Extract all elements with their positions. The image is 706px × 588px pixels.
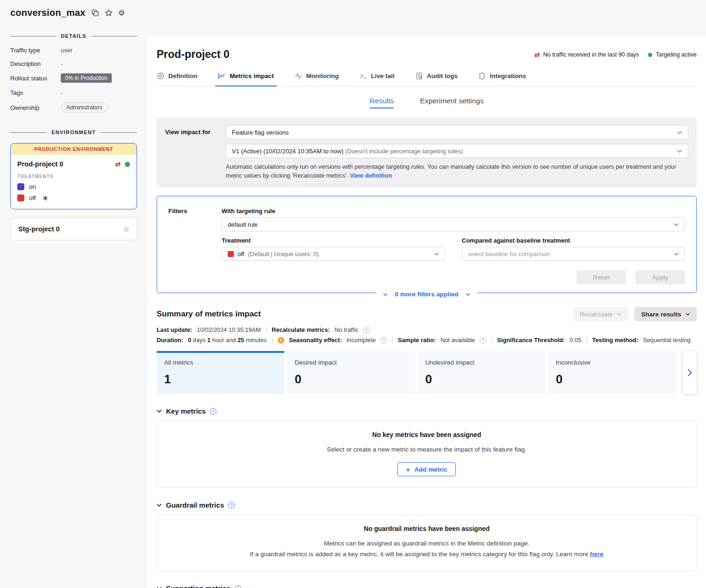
cards-scroll-right-button[interactable] [683,351,697,394]
tab-label: Integrations [490,72,526,79]
detail-row-description: Description - [10,60,137,67]
chevron-down-icon[interactable] [157,503,162,507]
treatment-select[interactable]: off (Default | Unique users: 0) [222,247,445,261]
key-metrics-empty-text: Select or create a new metric to measure… [166,446,687,453]
recalculate-button[interactable]: Recalculate [573,307,628,321]
targeting-rule-value: default rule [228,221,258,228]
targeting-rule-select[interactable]: default rule [222,217,685,231]
page-title: Prod-project 0 [157,48,230,61]
favorite-star-icon[interactable] [105,9,113,17]
separator: | [586,337,587,344]
metric-summary-cards: All metrics 1 Desired impact 0 Undesired… [157,351,676,394]
significance-threshold-value: 0.05 [569,337,581,344]
tab-audit-logs[interactable]: Audit logs [415,72,458,86]
sample-ratio-value: Not available [440,337,475,344]
guardrail-metrics-title: Guardrail metrics [166,501,224,509]
subtab-results[interactable]: Results [370,97,394,108]
key-metrics-empty-title: No key metrics have been assigned [166,431,687,438]
detail-value: - [61,60,63,67]
recalculate-metrics-label: Recalculate metrics: [272,326,330,333]
rollout-status-badge: 0% in Production [61,73,112,83]
ownership-pill[interactable]: Administrators [61,102,108,113]
details-heading: DETAILS [10,33,137,39]
card-desired-impact[interactable]: Desired impact 0 [287,351,415,394]
version-select[interactable]: V1 (Active) (10/02/2024 10:35AM to now) … [226,144,688,158]
sidebar: conversion_max ⚙ DETAILS Traffic type us… [0,0,147,248]
help-icon[interactable]: ? [363,327,370,333]
detail-value: - [61,89,63,96]
version-type-value: Feature flag versions [232,129,288,136]
add-metric-button[interactable]: + Add metric [397,462,455,476]
view-definition-link[interactable]: View definition [350,172,392,179]
seasonality-value: Incomplete [346,337,376,344]
tab-integrations[interactable]: Integrations [478,72,526,86]
separator: | [266,326,267,333]
add-metric-label: Add metric [414,466,447,473]
key-metrics-empty-state: No key metrics have been assigned Select… [157,421,697,488]
share-results-label: Share results [641,311,681,318]
card-inconclusive[interactable]: Inconclusive 0 [548,351,676,394]
help-icon[interactable]: ? [210,408,216,415]
apply-button[interactable]: Apply [635,270,685,284]
staging-environment-card[interactable]: Stg-project 0 [10,218,137,240]
key-metrics-title: Key metrics [166,407,206,415]
page: conversion_max ⚙ DETAILS Traffic type us… [0,0,706,588]
tab-label: Metrics impact [230,72,274,79]
guardrail-line2: If a guardrail metrics is added as a key… [166,551,687,558]
more-filters-toggle[interactable]: 0 more filters applied [376,291,477,298]
settings-gear-icon[interactable]: ⚙ [118,8,125,17]
copy-icon[interactable] [91,9,99,17]
detail-row-rollout-status: Rollout status 0% in Production [10,73,137,83]
card-value: 0 [425,372,538,387]
production-environment-card[interactable]: PRODUCTION ENVIRONMENT Prod-project 0 ⇄ … [10,143,137,209]
supporting-metrics-title: Supporting metrics [166,584,231,588]
card-value: 0 [295,372,407,387]
guardrail-line1: Metrics can be assigned as guardrail met… [166,540,687,547]
plus-icon: + [406,466,410,473]
last-update-value: 10/02/2024 10:35:19AM [197,326,261,333]
help-icon[interactable]: ? [228,502,235,509]
card-undesired-impact[interactable]: Undesired impact 0 [418,351,546,394]
treatments-heading: TREATMENTS [17,174,130,179]
chevron-down-icon [674,252,679,256]
subtab-experiment-settings[interactable]: Experiment settings [420,97,483,108]
environment-section: ENVIRONMENT PRODUCTION ENVIRONMENT Prod-… [10,129,137,240]
treatment-label: Treatment [222,237,445,244]
more-filters-label: 0 more filters applied [395,291,459,298]
calculation-note: Automatic calculations only run on versi… [226,162,688,180]
chevron-down-icon [685,313,690,316]
card-all-metrics[interactable]: All metrics 1 [157,351,284,394]
card-label: All metrics [164,359,277,366]
separator: | [392,337,393,344]
terminal-icon [360,72,367,80]
card-label: Desired impact [295,359,407,366]
share-results-button[interactable]: Share results [634,307,697,321]
flag-header: conversion_max ⚙ [10,7,137,18]
filters-panel: Filters With targeting rule default rule… [157,196,697,293]
reset-button[interactable]: Reset [576,270,626,284]
help-icon[interactable]: ? [235,585,241,588]
production-environment-name: Prod-project 0 [17,160,63,168]
detail-row-tags: Tags - [10,89,137,96]
version-note: (Doesn't include percentage targeting ru… [345,148,463,155]
warning-icon: ! [278,337,284,344]
chevron-down-icon[interactable] [157,409,162,413]
calculation-note-text: Automatic calculations only run on versi… [226,163,676,179]
separator: | [491,337,492,344]
testing-method-value: Sequential testing [643,337,691,344]
pulse-icon [295,72,303,80]
help-icon[interactable]: ? [381,337,387,344]
tab-monitoring[interactable]: Monitoring [295,72,339,86]
tab-definition[interactable]: Definition [157,72,197,86]
separator: | [272,337,273,344]
treatment-swatch-on [17,183,24,190]
card-value: 0 [556,372,669,387]
card-label: Inconclusive [556,359,669,366]
chevron-down-icon [677,150,682,153]
tab-metrics-impact[interactable]: Metrics impact [218,72,274,86]
baseline-select[interactable]: select baseline for comparison [462,247,685,261]
tab-live-tail[interactable]: Live tail [360,72,395,86]
learn-more-link[interactable]: here [590,551,604,558]
help-icon[interactable]: ? [480,337,486,344]
version-type-select[interactable]: Feature flag versions [226,125,688,139]
